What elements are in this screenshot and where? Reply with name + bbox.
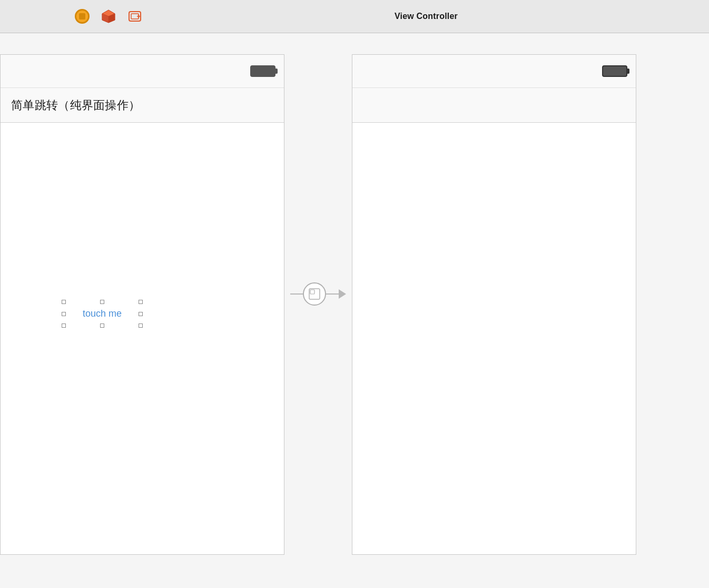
handle-top-center	[100, 300, 104, 304]
segue-line-left	[290, 293, 303, 295]
canvas-area: 简单跳转（纯界面操作） touch m	[0, 33, 709, 588]
button-area: touch me	[64, 302, 141, 326]
button-selection: touch me	[64, 302, 141, 326]
chip-icon-button[interactable]	[74, 8, 91, 25]
right-nav-bar	[352, 88, 636, 123]
handle-top-left	[62, 300, 66, 304]
segue-container	[284, 44, 352, 544]
segue-line-right	[326, 293, 339, 295]
cube-icon	[101, 9, 116, 24]
segue-arrow	[339, 289, 346, 299]
svg-rect-8	[310, 290, 314, 294]
handle-mid-left	[62, 312, 66, 316]
left-phone-frame: 简单跳转（纯界面操作） touch m	[0, 54, 284, 555]
left-status-bar	[1, 55, 284, 88]
left-nav-bar: 简单跳转（纯界面操作）	[1, 88, 284, 123]
storyboard-icon-button[interactable]	[126, 8, 143, 25]
handle-bottom-right	[139, 324, 143, 328]
touch-me-button[interactable]: touch me	[72, 304, 132, 323]
handle-mid-right	[139, 312, 143, 316]
cube-icon-button[interactable]	[100, 8, 117, 25]
handle-bottom-left	[62, 324, 66, 328]
toolbar-title: View Controller	[395, 12, 458, 21]
canvas-inner: 简单跳转（纯界面操作） touch m	[0, 33, 709, 588]
right-battery-icon	[602, 65, 627, 77]
toolbar-center: View Controller	[143, 12, 709, 21]
toolbar: View Controller	[0, 0, 709, 33]
right-status-bar	[352, 55, 636, 88]
segue-icon	[309, 288, 320, 300]
handle-top-right	[139, 300, 143, 304]
segue-connector	[290, 282, 346, 306]
storyboard-icon	[127, 9, 142, 24]
toolbar-left	[0, 8, 143, 25]
handle-bottom-center	[100, 324, 104, 328]
left-battery-icon	[250, 65, 275, 77]
chip-icon	[75, 9, 90, 24]
segue-circle[interactable]	[303, 282, 326, 306]
right-phone-frame	[352, 54, 636, 555]
left-nav-title: 简单跳转（纯界面操作）	[11, 97, 140, 113]
